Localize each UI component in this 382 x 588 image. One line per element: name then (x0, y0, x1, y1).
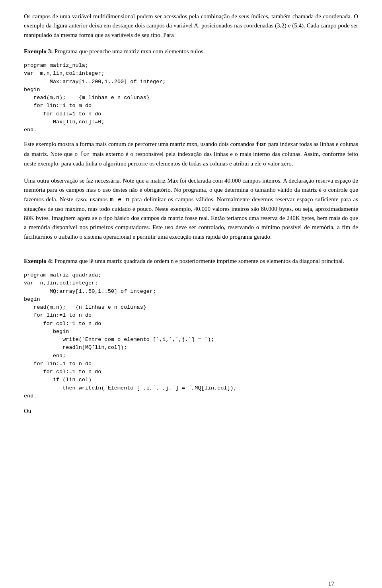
mn-code: m e n (110, 197, 129, 203)
page-content: Os campos de uma variável multidimension… (24, 12, 358, 416)
spacer-1 (24, 172, 358, 176)
example3-heading: Exemplo 3: Programa que preenche uma mat… (24, 47, 358, 56)
page-number: 17 (328, 579, 334, 588)
page-wrapper: Os campos de uma variável multidimension… (24, 12, 358, 588)
spacer-2 (24, 245, 358, 249)
for-keyword-2: for (80, 151, 90, 158)
after-code1-paragraph1: Este exemplo mostra a forma mais comum d… (24, 140, 358, 168)
example3-label: Exemplo 3: (24, 48, 53, 55)
intro-paragraph: Os campos de uma variável multidimension… (24, 12, 358, 40)
after-code1-paragraph2: Uma outra observação se faz necessária. … (24, 176, 358, 241)
example4-label: Exemplo 4: (24, 258, 53, 264)
code-block-1: program matriz_nula; var m,n,lin,col:int… (24, 62, 358, 134)
example4-heading: Exemplo 4: Programa que lê uma matriz qu… (24, 257, 358, 266)
code-block-2: program matriz_quadrada; var n,lin,col:i… (24, 271, 358, 400)
for-keyword-1: for (256, 141, 267, 148)
bottom-word: Ou (24, 407, 358, 416)
